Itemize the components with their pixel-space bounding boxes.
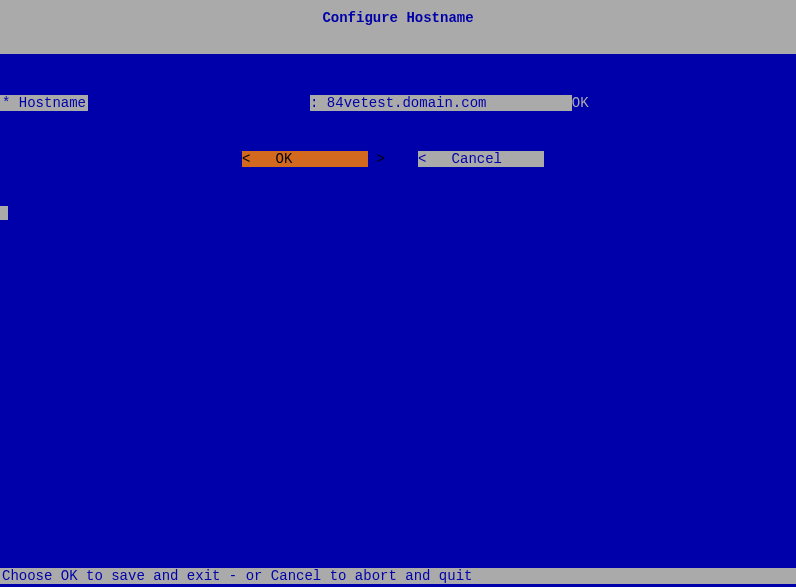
hostname-row: * Hostname : OK bbox=[0, 95, 589, 111]
page-title: Configure Hostname bbox=[322, 10, 473, 54]
footer-hint: Choose OK to save and exit - or Cancel t… bbox=[0, 568, 796, 584]
cursor-indicator bbox=[0, 206, 8, 220]
hostname-input[interactable] bbox=[327, 95, 572, 111]
button-row: < OK > < Cancel > bbox=[0, 151, 796, 167]
hostname-status: OK bbox=[572, 95, 589, 111]
hostname-label: * Hostname bbox=[0, 95, 88, 111]
cancel-button[interactable]: < Cancel > bbox=[418, 151, 544, 167]
header-bar: Configure Hostname bbox=[0, 0, 796, 54]
ok-button[interactable]: < OK > bbox=[242, 151, 368, 167]
field-separator: : bbox=[310, 95, 327, 111]
